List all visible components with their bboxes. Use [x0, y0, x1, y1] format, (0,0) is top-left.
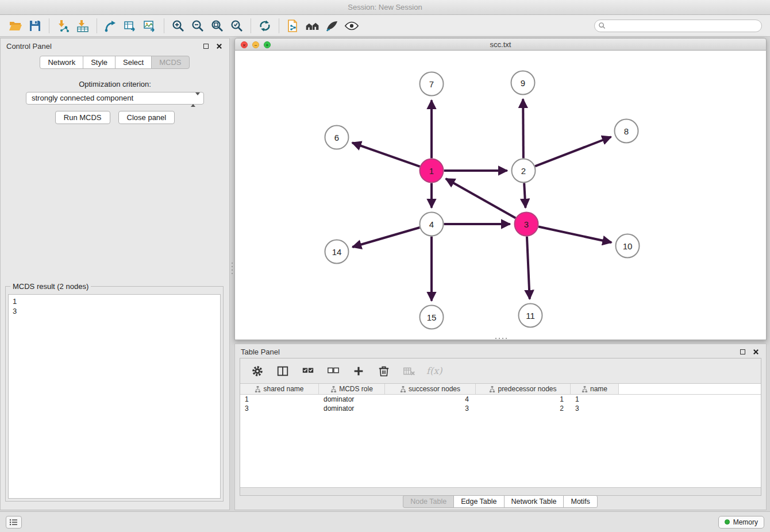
zoom-out-button[interactable] [188, 17, 207, 35]
network-window-titlebar[interactable]: × − + scc.txt [234, 38, 767, 51]
delete-table-button[interactable] [401, 363, 417, 379]
window-controls: × − + [241, 41, 271, 48]
result-line: 3 [13, 306, 220, 316]
close-panel-button[interactable]: Close panel [118, 111, 175, 124]
search-icon [598, 22, 606, 29]
table-cell[interactable]: dominator [319, 404, 385, 413]
home-layout-button[interactable] [303, 17, 322, 35]
zoom-fit-button[interactable] [207, 17, 227, 35]
tab-network[interactable]: Network [40, 56, 83, 69]
import-network-button[interactable] [53, 17, 73, 35]
toolbar-separator [164, 18, 164, 33]
zoom-selected-button[interactable] [227, 17, 247, 35]
graph-node-7[interactable]: 7 [420, 72, 444, 96]
task-history-button[interactable] [6, 516, 22, 529]
tab-select[interactable]: Select [115, 56, 152, 69]
graph-node-14[interactable]: 14 [325, 240, 349, 264]
table-settings-button[interactable] [249, 363, 265, 379]
houses-icon [305, 19, 320, 33]
table-cell[interactable]: 1 [571, 395, 619, 404]
column-header-shared-name[interactable]: shared name [240, 384, 319, 394]
node-table-container: f(x) shared nameMCDS rolesuccessor nodes… [240, 358, 761, 496]
graph-node-6[interactable]: 6 [325, 126, 349, 149]
network-canvas[interactable]: 7968124314101511 [234, 51, 767, 340]
table-cell[interactable]: 1 [240, 395, 319, 404]
zoom-in-button[interactable] [168, 17, 188, 35]
graph-edge-3-11[interactable] [527, 236, 530, 299]
table-cell[interactable]: 3 [240, 404, 319, 413]
graph-node-2[interactable]: 2 [512, 159, 536, 183]
open-session-button[interactable] [6, 17, 25, 35]
zoom-window-button[interactable]: + [264, 41, 271, 48]
table-row[interactable]: 3dominator323 [240, 404, 761, 413]
control-panel-float-button[interactable] [201, 41, 210, 51]
graph-edge-4-14[interactable] [352, 228, 419, 247]
function-builder-button[interactable]: f(x) [426, 365, 442, 376]
graph-node-8[interactable]: 8 [615, 119, 638, 143]
svg-text:15: 15 [427, 313, 437, 322]
graph-node-15[interactable]: 15 [420, 306, 444, 329]
column-header-name[interactable]: name [571, 384, 619, 394]
tab-edge-table[interactable]: Edge Table [453, 495, 504, 508]
tab-network-table[interactable]: Network Table [504, 495, 564, 508]
graph-node-9[interactable]: 9 [511, 71, 535, 95]
export-image-icon [143, 19, 157, 33]
delete-column-button[interactable] [376, 363, 392, 379]
tab-node-table[interactable]: Node Table [403, 495, 454, 508]
show-hide-button[interactable] [342, 17, 361, 35]
graph-edge-3-10[interactable] [538, 227, 611, 242]
deselect-all-rows-button[interactable] [325, 363, 341, 379]
show-columns-button[interactable] [275, 363, 291, 379]
close-window-button[interactable]: × [241, 41, 248, 48]
graph-edge-2-9[interactable] [523, 99, 523, 158]
apply-style-button[interactable] [322, 17, 342, 35]
run-mcds-button[interactable]: Run MCDS [55, 111, 110, 124]
column-header-predecessor-nodes[interactable]: predecessor nodes [476, 384, 571, 394]
table-panel-close-button[interactable] [751, 347, 760, 356]
column-type-icon [400, 386, 406, 392]
search-input[interactable] [594, 20, 762, 32]
column-type-icon [255, 386, 261, 392]
select-all-rows-button[interactable] [300, 363, 316, 379]
graph-edge-2-3[interactable] [524, 183, 525, 207]
tab-style[interactable]: Style [83, 56, 116, 69]
add-column-button[interactable] [351, 363, 367, 379]
column-header-mcds-role[interactable]: MCDS role [319, 384, 385, 394]
export-table-button[interactable] [121, 17, 140, 35]
table-row[interactable]: 1dominator411 [240, 395, 761, 404]
graph-node-3[interactable]: 3 [515, 213, 538, 236]
table-cell[interactable]: dominator [319, 395, 385, 404]
minimize-window-button[interactable]: − [252, 41, 259, 48]
control-panel-close-button[interactable] [214, 41, 224, 51]
import-table-button[interactable] [73, 17, 93, 35]
toolbar-separator [49, 18, 49, 33]
graph-node-4[interactable]: 4 [420, 213, 444, 236]
search-field-wrap [594, 20, 762, 32]
export-network-button[interactable] [101, 17, 121, 35]
graph-node-11[interactable]: 11 [519, 304, 542, 327]
criterion-dropdown[interactable]: strongly connected component [26, 92, 204, 105]
clone-network-button[interactable] [283, 17, 303, 35]
graph-edge-3-1[interactable] [446, 179, 515, 218]
column-header-label: MCDS role [339, 385, 373, 393]
graph-edge-1-6[interactable] [352, 142, 420, 166]
tab-motifs[interactable]: Motifs [563, 495, 597, 508]
save-session-button[interactable] [25, 17, 45, 35]
memory-button[interactable]: Memory [718, 516, 764, 529]
horizontal-splitter-grip[interactable] [494, 337, 508, 340]
graph-edge-2-8[interactable] [535, 137, 611, 166]
column-header-successor-nodes[interactable]: successor nodes [385, 384, 476, 394]
tab-mcds[interactable]: MCDS [151, 56, 189, 69]
table-cell[interactable]: 2 [476, 404, 571, 413]
table-cell[interactable]: 4 [385, 395, 476, 404]
table-cell[interactable]: 3 [571, 404, 619, 413]
graph-node-10[interactable]: 10 [616, 234, 640, 258]
table-panel-float-button[interactable] [738, 347, 747, 356]
table-horizontal-scrollbar[interactable] [240, 487, 761, 495]
table-cell[interactable]: 3 [385, 404, 476, 413]
graph-node-1[interactable]: 1 [420, 159, 444, 183]
table-cell[interactable]: 1 [476, 395, 571, 404]
refresh-button[interactable] [255, 17, 275, 35]
vertical-splitter-grip[interactable] [230, 261, 234, 275]
export-image-button[interactable] [140, 17, 160, 35]
